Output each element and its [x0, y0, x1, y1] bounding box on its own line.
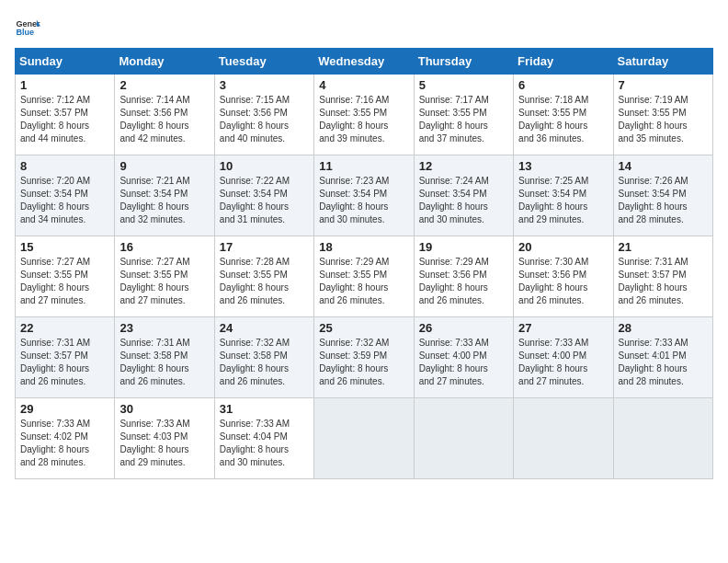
day-number: 9 [119, 159, 209, 173]
day-info: Sunrise: 7:14 AMSunset: 3:56 PMDaylight:… [119, 94, 209, 145]
day-number: 31 [220, 402, 309, 416]
calendar-cell: 7Sunrise: 7:19 AMSunset: 3:55 PMDaylight… [613, 75, 712, 155]
calendar-cell: 11Sunrise: 7:23 AMSunset: 3:54 PMDayligh… [314, 155, 414, 236]
calendar-cell: 17Sunrise: 7:28 AMSunset: 3:55 PMDayligh… [214, 236, 313, 317]
day-number: 18 [319, 240, 408, 254]
day-number: 1 [20, 78, 109, 92]
logo-icon: General Blue [15, 15, 40, 40]
day-number: 10 [220, 159, 309, 173]
day-number: 6 [518, 78, 608, 92]
day-number: 28 [619, 321, 708, 335]
calendar-cell [514, 398, 613, 479]
day-info: Sunrise: 7:30 AMSunset: 3:56 PMDaylight:… [518, 256, 608, 307]
calendar-cell [414, 398, 513, 479]
day-number: 4 [319, 78, 408, 92]
calendar-cell: 27Sunrise: 7:33 AMSunset: 4:00 PMDayligh… [514, 317, 613, 398]
day-number: 8 [20, 159, 109, 173]
day-info: Sunrise: 7:33 AMSunset: 4:02 PMDaylight:… [20, 418, 109, 469]
day-number: 16 [119, 240, 209, 254]
logo: General Blue [15, 15, 40, 40]
calendar-week-row: 1Sunrise: 7:12 AMSunset: 3:57 PMDaylight… [16, 75, 713, 155]
weekday-header-row: SundayMondayTuesdayWednesdayThursdayFrid… [16, 49, 713, 75]
weekday-header-thursday: Thursday [414, 49, 513, 75]
day-info: Sunrise: 7:21 AMSunset: 3:54 PMDaylight:… [119, 175, 209, 226]
calendar-cell: 23Sunrise: 7:31 AMSunset: 3:58 PMDayligh… [115, 317, 214, 398]
calendar-cell: 13Sunrise: 7:25 AMSunset: 3:54 PMDayligh… [514, 155, 613, 236]
calendar-cell: 5Sunrise: 7:17 AMSunset: 3:55 PMDaylight… [414, 75, 513, 155]
day-number: 17 [220, 240, 309, 254]
day-info: Sunrise: 7:33 AMSunset: 4:03 PMDaylight:… [119, 418, 209, 469]
day-number: 2 [119, 78, 209, 92]
day-info: Sunrise: 7:33 AMSunset: 4:01 PMDaylight:… [619, 337, 708, 388]
calendar-cell: 10Sunrise: 7:22 AMSunset: 3:54 PMDayligh… [214, 155, 313, 236]
calendar-cell: 15Sunrise: 7:27 AMSunset: 3:55 PMDayligh… [16, 236, 115, 317]
day-info: Sunrise: 7:33 AMSunset: 4:04 PMDaylight:… [220, 418, 309, 469]
day-number: 14 [619, 159, 708, 173]
day-number: 30 [119, 402, 209, 416]
day-number: 29 [20, 402, 109, 416]
calendar-cell: 16Sunrise: 7:27 AMSunset: 3:55 PMDayligh… [115, 236, 214, 317]
day-number: 12 [419, 159, 508, 173]
calendar-cell: 9Sunrise: 7:21 AMSunset: 3:54 PMDaylight… [115, 155, 214, 236]
weekday-header-wednesday: Wednesday [314, 49, 414, 75]
calendar-cell: 29Sunrise: 7:33 AMSunset: 4:02 PMDayligh… [16, 398, 115, 479]
calendar-cell: 28Sunrise: 7:33 AMSunset: 4:01 PMDayligh… [613, 317, 712, 398]
day-info: Sunrise: 7:25 AMSunset: 3:54 PMDaylight:… [518, 175, 608, 226]
day-number: 20 [518, 240, 608, 254]
day-info: Sunrise: 7:18 AMSunset: 3:55 PMDaylight:… [518, 94, 608, 145]
calendar-cell: 2Sunrise: 7:14 AMSunset: 3:56 PMDaylight… [115, 75, 214, 155]
calendar-cell: 1Sunrise: 7:12 AMSunset: 3:57 PMDaylight… [16, 75, 115, 155]
weekday-header-tuesday: Tuesday [214, 49, 313, 75]
calendar-cell: 31Sunrise: 7:33 AMSunset: 4:04 PMDayligh… [214, 398, 313, 479]
day-number: 27 [518, 321, 608, 335]
calendar-week-row: 29Sunrise: 7:33 AMSunset: 4:02 PMDayligh… [16, 398, 713, 479]
calendar-cell: 12Sunrise: 7:24 AMSunset: 3:54 PMDayligh… [414, 155, 513, 236]
day-info: Sunrise: 7:33 AMSunset: 4:00 PMDaylight:… [518, 337, 608, 388]
calendar-cell: 4Sunrise: 7:16 AMSunset: 3:55 PMDaylight… [314, 75, 414, 155]
day-info: Sunrise: 7:20 AMSunset: 3:54 PMDaylight:… [20, 175, 109, 226]
day-info: Sunrise: 7:29 AMSunset: 3:56 PMDaylight:… [419, 256, 508, 307]
page-header: General Blue [15, 15, 713, 40]
day-info: Sunrise: 7:29 AMSunset: 3:55 PMDaylight:… [319, 256, 408, 307]
day-number: 19 [419, 240, 508, 254]
calendar-week-row: 22Sunrise: 7:31 AMSunset: 3:57 PMDayligh… [16, 317, 713, 398]
day-info: Sunrise: 7:22 AMSunset: 3:54 PMDaylight:… [220, 175, 309, 226]
calendar-cell: 14Sunrise: 7:26 AMSunset: 3:54 PMDayligh… [613, 155, 712, 236]
day-number: 11 [319, 159, 408, 173]
calendar-cell: 19Sunrise: 7:29 AMSunset: 3:56 PMDayligh… [414, 236, 513, 317]
day-number: 25 [319, 321, 408, 335]
day-number: 23 [119, 321, 209, 335]
day-number: 24 [220, 321, 309, 335]
weekday-header-friday: Friday [514, 49, 613, 75]
weekday-header-sunday: Sunday [16, 49, 115, 75]
day-number: 3 [220, 78, 309, 92]
day-info: Sunrise: 7:32 AMSunset: 3:58 PMDaylight:… [220, 337, 309, 388]
day-info: Sunrise: 7:23 AMSunset: 3:54 PMDaylight:… [319, 175, 408, 226]
calendar-cell [613, 398, 712, 479]
day-info: Sunrise: 7:28 AMSunset: 3:55 PMDaylight:… [220, 256, 309, 307]
day-info: Sunrise: 7:24 AMSunset: 3:54 PMDaylight:… [419, 175, 508, 226]
calendar-week-row: 8Sunrise: 7:20 AMSunset: 3:54 PMDaylight… [16, 155, 713, 236]
day-number: 13 [518, 159, 608, 173]
calendar-cell: 25Sunrise: 7:32 AMSunset: 3:59 PMDayligh… [314, 317, 414, 398]
day-info: Sunrise: 7:32 AMSunset: 3:59 PMDaylight:… [319, 337, 408, 388]
day-number: 26 [419, 321, 508, 335]
day-number: 22 [20, 321, 109, 335]
day-info: Sunrise: 7:33 AMSunset: 4:00 PMDaylight:… [419, 337, 508, 388]
day-info: Sunrise: 7:15 AMSunset: 3:56 PMDaylight:… [220, 94, 309, 145]
day-info: Sunrise: 7:19 AMSunset: 3:55 PMDaylight:… [619, 94, 708, 145]
calendar-cell: 3Sunrise: 7:15 AMSunset: 3:56 PMDaylight… [214, 75, 313, 155]
calendar-cell: 6Sunrise: 7:18 AMSunset: 3:55 PMDaylight… [514, 75, 613, 155]
calendar-cell: 20Sunrise: 7:30 AMSunset: 3:56 PMDayligh… [514, 236, 613, 317]
calendar-week-row: 15Sunrise: 7:27 AMSunset: 3:55 PMDayligh… [16, 236, 713, 317]
calendar-cell [314, 398, 414, 479]
day-info: Sunrise: 7:16 AMSunset: 3:55 PMDaylight:… [319, 94, 408, 145]
calendar-cell: 26Sunrise: 7:33 AMSunset: 4:00 PMDayligh… [414, 317, 513, 398]
weekday-header-saturday: Saturday [613, 49, 712, 75]
calendar-table: SundayMondayTuesdayWednesdayThursdayFrid… [15, 48, 713, 479]
calendar-cell: 8Sunrise: 7:20 AMSunset: 3:54 PMDaylight… [16, 155, 115, 236]
day-info: Sunrise: 7:31 AMSunset: 3:57 PMDaylight:… [619, 256, 708, 307]
day-info: Sunrise: 7:31 AMSunset: 3:58 PMDaylight:… [119, 337, 209, 388]
day-info: Sunrise: 7:27 AMSunset: 3:55 PMDaylight:… [119, 256, 209, 307]
day-info: Sunrise: 7:31 AMSunset: 3:57 PMDaylight:… [20, 337, 109, 388]
